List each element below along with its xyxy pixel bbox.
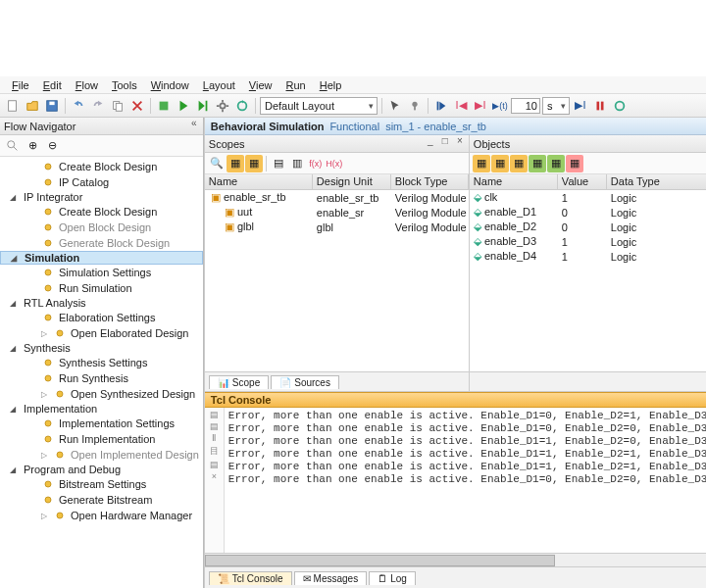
menu-window[interactable]: Window [145, 78, 195, 92]
t3-icon[interactable]: ▤ [270, 155, 287, 172]
step-back-icon[interactable]: I◀ [452, 97, 470, 115]
collapse-all-icon[interactable]: ⊖ [43, 137, 61, 155]
nav-item[interactable]: Create Block Design [0, 204, 203, 220]
scopes-grid[interactable]: ▣ enable_sr_tbenable_sr_tbVerilog Module… [205, 190, 469, 371]
nav-group-ip-integrator[interactable]: IP Integrator [0, 190, 203, 204]
col-name[interactable]: Name [470, 174, 558, 189]
col-type[interactable]: Block Type [391, 174, 469, 189]
run-icon[interactable] [175, 97, 192, 115]
nav-group-rtl-analysis[interactable]: RTL Analysis [0, 296, 203, 310]
menu-help[interactable]: Help [314, 78, 348, 92]
t1-icon[interactable]: ▦ [227, 155, 244, 172]
table-row[interactable]: ▣ enable_sr_tbenable_sr_tbVerilog Module [205, 190, 469, 205]
nav-group-program-and-debug[interactable]: Program and Debug [0, 463, 203, 476]
nav-item[interactable]: ▷Open Synthesized Design [0, 386, 203, 402]
nav-item[interactable]: ▷Open Implemented Design [0, 447, 203, 463]
menu-flow[interactable]: Flow [70, 78, 104, 92]
nav-group-simulation[interactable]: Simulation [0, 251, 203, 265]
nav-item[interactable]: Simulation Settings [0, 265, 203, 280]
gear-icon[interactable] [214, 97, 231, 115]
table-row[interactable]: ⬙ enable_D10Logic [470, 205, 706, 220]
hx-icon[interactable]: H(x) [326, 155, 343, 172]
tab-scope[interactable]: 📊 Scope [209, 375, 269, 389]
run-all-icon[interactable]: ▶I [572, 97, 589, 115]
pin-icon[interactable] [406, 97, 424, 115]
run-step-icon[interactable] [194, 97, 212, 115]
copy-icon[interactable] [109, 97, 126, 115]
step-fwd-icon[interactable]: ▶I [472, 97, 489, 115]
relaunch-icon[interactable] [611, 97, 629, 115]
open-icon[interactable] [24, 97, 41, 115]
save-icon[interactable] [43, 97, 61, 115]
col-type[interactable]: Data Type [607, 174, 706, 189]
o3-icon[interactable]: ▦ [510, 155, 528, 172]
objects-grid[interactable]: ⬙ clk1Logic⬙ enable_D10Logic⬙ enable_D20… [470, 190, 706, 371]
nav-item[interactable]: Create Block Design [0, 159, 203, 174]
maximize-icon[interactable]: □ [438, 135, 452, 146]
tab-log[interactable]: 🗒 Log [369, 571, 416, 585]
nav-item[interactable]: Elaboration Settings [0, 310, 203, 325]
table-row[interactable]: ⬙ clk1Logic [470, 190, 706, 205]
o5-icon[interactable]: ▦ [547, 155, 565, 172]
nav-item[interactable]: Run Synthesis [0, 370, 203, 386]
nav-tree[interactable]: Create Block DesignIP CatalogIP Integrat… [0, 157, 203, 588]
nav-item[interactable]: Open Block Design [0, 220, 203, 235]
close-icon[interactable]: × [453, 135, 467, 146]
menu-view[interactable]: View [243, 78, 278, 92]
expand-icon[interactable]: ⊕ [24, 137, 41, 155]
table-row[interactable]: ▣ uutenable_srVerilog Module [205, 205, 469, 220]
tab-sources[interactable]: 📄 Sources [271, 375, 339, 389]
fn-icon[interactable]: f(x) [307, 155, 325, 172]
nav-item[interactable]: ▷Open Hardware Manager [0, 508, 203, 523]
menu-tools[interactable]: Tools [106, 78, 143, 92]
tab-tcl-console[interactable]: 📜 Tcl Console [209, 571, 292, 585]
search-icon[interactable]: 🔍 [208, 155, 226, 172]
time-value-input[interactable]: 10 [511, 98, 540, 114]
menu-run[interactable]: Run [280, 78, 312, 92]
redo-icon[interactable] [89, 97, 107, 115]
nav-group-implementation[interactable]: Implementation [0, 402, 203, 416]
t2-icon[interactable]: ▦ [245, 155, 263, 172]
o6-icon[interactable]: ▦ [566, 155, 583, 172]
o2-icon[interactable]: ▦ [491, 155, 509, 172]
menu-edit[interactable]: Edit [37, 78, 68, 92]
menu-layout[interactable]: Layout [197, 78, 241, 92]
new-icon[interactable] [4, 97, 22, 115]
play-for-icon[interactable]: ▶(t) [491, 97, 509, 115]
nav-item[interactable]: Generate Bitstream [0, 492, 203, 508]
console-hscroll[interactable] [205, 553, 706, 566]
time-unit-combo[interactable]: s [542, 97, 570, 115]
minimize-icon[interactable]: _ [424, 135, 437, 146]
col-unit[interactable]: Design Unit [313, 174, 391, 189]
nav-item[interactable]: Implementation Settings [0, 416, 203, 431]
nav-item[interactable]: ▷Open Elaborated Design [0, 325, 203, 341]
menu-file[interactable]: File [6, 78, 35, 92]
nav-group-synthesis[interactable]: Synthesis [0, 341, 203, 355]
layout-combo[interactable]: Default Layout [260, 97, 378, 115]
tab-messages[interactable]: ✉ Messages [294, 571, 368, 585]
table-row[interactable]: ⬙ enable_D41Logic [470, 249, 706, 264]
nav-item[interactable]: Bitstream Settings [0, 476, 203, 492]
undo-icon[interactable] [70, 97, 87, 115]
nav-item[interactable]: Run Implementation [0, 431, 203, 447]
nav-item[interactable]: Synthesis Settings [0, 355, 203, 370]
nav-item[interactable]: Generate Block Design [0, 235, 203, 251]
zoom-icon[interactable] [4, 137, 22, 155]
table-row[interactable]: ⬙ enable_D31Logic [470, 234, 706, 249]
nav-item[interactable]: Run Simulation [0, 280, 203, 296]
table-row[interactable]: ⬙ enable_D20Logic [470, 220, 706, 234]
refresh-icon[interactable] [233, 97, 251, 115]
pause-icon[interactable] [591, 97, 609, 115]
restart-icon[interactable] [432, 97, 450, 115]
menubar[interactable]: FileEditFlowToolsWindowLayoutViewRunHelp [0, 76, 706, 94]
nav-item[interactable]: IP Catalog [0, 174, 203, 190]
green-square-icon[interactable] [155, 97, 173, 115]
t4-icon[interactable]: ▥ [288, 155, 306, 172]
collapse-icon[interactable]: « [187, 118, 201, 128]
col-value[interactable]: Value [558, 174, 607, 189]
table-row[interactable]: ▣ glblglblVerilog Module [205, 220, 469, 234]
col-name[interactable]: Name [205, 174, 313, 189]
cursor-icon[interactable] [386, 97, 404, 115]
o1-icon[interactable]: ▦ [473, 155, 490, 172]
console-output[interactable]: Error, more than one enable is active. E… [225, 408, 706, 553]
